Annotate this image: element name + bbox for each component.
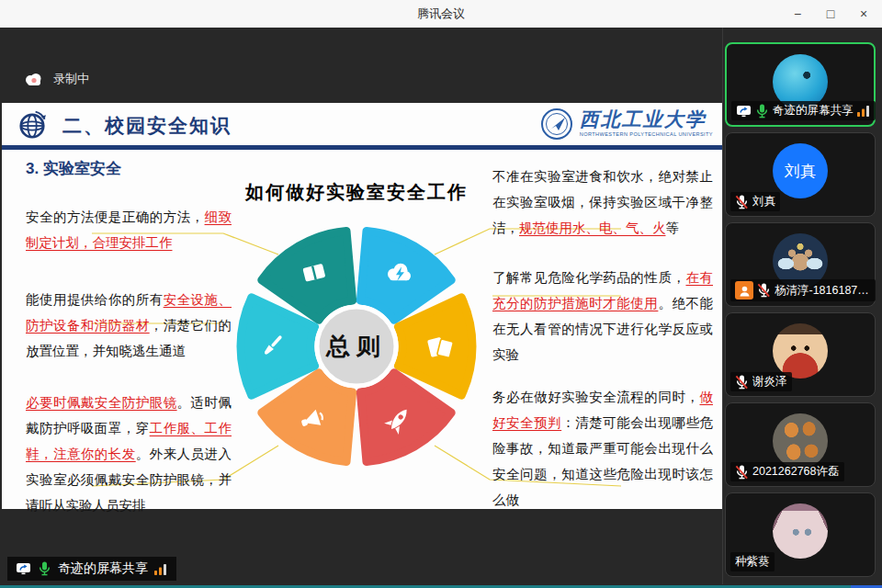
participant-name: 谢炎泽	[752, 374, 787, 390]
university-name-en: NORTHWESTERN POLYTECHNICAL UNIVERSITY	[580, 132, 713, 138]
sidebar-divider	[722, 28, 723, 584]
shared-screen-slide: 二、校园安全知识 西北工业大学 NORTHWESTERN POLYTECHNIC…	[2, 103, 722, 509]
body-text: 了解常见危险化学药品的性质，	[492, 270, 685, 285]
person-badge-icon	[735, 281, 753, 300]
mic-on-icon	[38, 561, 51, 576]
mic-muted-icon	[757, 283, 771, 298]
text-block-no-eating: 不准在实验室进食和饮水，绝对禁止在实验室吸烟，保持实验区域干净整洁，规范使用水、…	[492, 164, 713, 241]
participant-sidebar: 奇迹的屏幕共享 刘真 刘真 杨清淳-181618728... 谢炎泽 20212…	[725, 42, 876, 577]
meeting-main-area: 录制中 二、校园安全知识 西北工业大学 NORT	[0, 28, 882, 588]
text-block-equipment: 能使用提供给你的所有安全设施、防护设备和消防器材，清楚它们的放置位置，并知晓逃生…	[26, 287, 232, 364]
participant-name: 杨清淳-181618728...	[775, 283, 871, 299]
recording-label: 录制中	[53, 71, 89, 87]
section-title: 3. 实验室安全	[26, 158, 121, 179]
slide-header: 二、校园安全知识 西北工业大学 NORTHWESTERN POLYTECHNIC…	[2, 103, 722, 150]
participant-tile[interactable]: 奇迹的屏幕共享	[725, 42, 876, 127]
participant-label: 谢炎泽	[730, 372, 792, 391]
window-title: 腾讯会议	[417, 6, 465, 22]
text-block-chemicals: 了解常见危险化学药品的性质，在有充分的防护措施时才能使用。绝不能在无人看管的情况…	[492, 265, 713, 368]
participant-tile[interactable]: 刘真 刘真	[725, 132, 876, 217]
participant-label: 种紫葵	[730, 552, 775, 571]
screen-share-icon	[16, 562, 31, 575]
body-text: 安全的方法便是正确的方法，	[26, 209, 205, 224]
window-titlebar[interactable]: 腾讯会议 − □ ×	[0, 0, 882, 28]
participant-tile[interactable]: 谢炎泽	[725, 312, 876, 397]
university-name: 西北工业大学	[580, 110, 713, 130]
avatar	[773, 503, 828, 559]
screen-share-icon	[736, 105, 752, 118]
participant-name: 刘真	[752, 194, 775, 209]
body-text: 能使用提供给你的所有	[26, 292, 164, 307]
participant-name: 2021262768许磊	[752, 464, 840, 480]
participant-label: 2021262768许磊	[730, 462, 844, 481]
window-controls: − □ ×	[781, 0, 880, 28]
highlighted-text: 必要时佩戴安全防护眼镜	[26, 395, 177, 410]
recording-indicator: 录制中	[24, 71, 89, 87]
text-block-ppe: 必要时佩戴安全防护眼镜。适时佩戴防护呼吸面罩，穿工作服、工作鞋，注意你的长发。外…	[26, 390, 232, 518]
mic-muted-icon	[735, 465, 749, 480]
slide-title: 二、校园安全知识	[62, 113, 232, 139]
screen-share-banner: 奇迹的屏幕共享	[7, 557, 176, 581]
minimize-button[interactable]: −	[781, 0, 814, 28]
avatar: 刘真	[773, 143, 828, 198]
screen-share-label: 奇迹的屏幕共享	[58, 560, 148, 577]
university-logo: 西北工业大学 NORTHWESTERN POLYTECHNICAL UNIVER…	[540, 107, 713, 141]
cloud-recording-icon	[24, 73, 44, 86]
signal-bars-icon	[857, 105, 871, 117]
close-button[interactable]: ×	[847, 0, 880, 28]
text-block-prediction: 务必在做好实验安全流程的同时，做好安全预判：清楚可能会出现哪些危险事故，知道最严…	[492, 384, 713, 513]
text-block-plan: 安全的方法便是正确的方法，细致制定计划，合理安排工作	[26, 204, 232, 255]
body-text: 等	[666, 220, 680, 235]
participant-name: 种紫葵	[735, 554, 770, 570]
university-emblem-icon	[540, 107, 573, 141]
avatar	[773, 413, 828, 469]
mic-on-icon	[755, 104, 769, 119]
mic-muted-icon	[735, 195, 749, 209]
participant-label: 刘真	[730, 192, 780, 211]
maximize-button[interactable]: □	[814, 0, 847, 28]
participant-tile[interactable]: 2021262768许磊	[725, 402, 876, 487]
avatar	[773, 323, 828, 379]
participant-label: 杨清淳-181618728...	[730, 279, 876, 301]
participant-tile[interactable]: 杨清淳-181618728...	[725, 222, 876, 307]
mic-muted-icon	[735, 375, 749, 390]
participant-name: 奇迹的屏幕共享	[773, 103, 854, 119]
signal-bars-icon	[154, 563, 168, 575]
participant-label: 奇迹的屏幕共享	[731, 101, 876, 120]
highlighted-text: 规范使用水、电、气、火	[519, 220, 666, 235]
svg-text:总则: 总则	[325, 333, 387, 360]
participant-tile[interactable]: 种紫葵	[725, 492, 876, 577]
body-text: 务必在做好实验安全流程的同时，	[492, 390, 700, 404]
globe-icon	[15, 108, 50, 143]
